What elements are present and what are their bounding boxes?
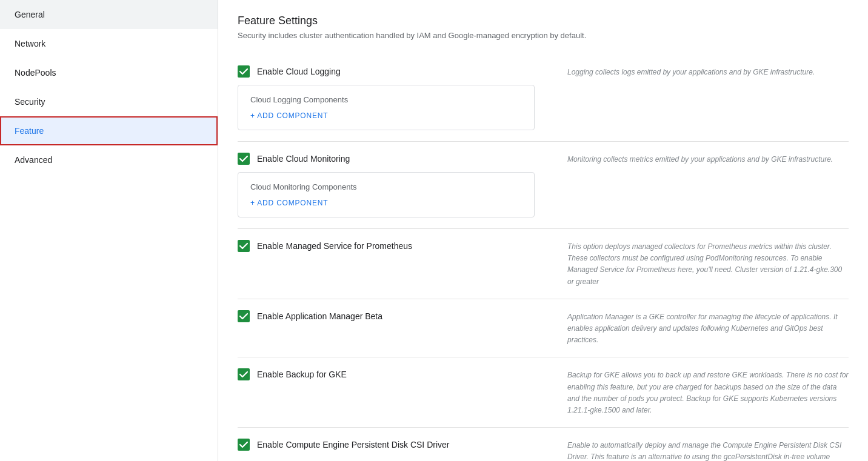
checkbox-icon-backup-gke[interactable] [238,368,250,380]
feature-label-persistent-disk-csi: Enable Compute Engine Persistent Disk CS… [257,440,449,449]
feature-label-managed-prometheus: Enable Managed Service for Prometheus [257,241,412,251]
feature-left-backup-gke: Enable Backup for GKE [238,368,553,380]
feature-checkbox-row-app-manager[interactable]: Enable Application Manager Beta [238,310,553,322]
feature-row-backup-gke: Enable Backup for GKEBackup for GKE allo… [238,357,849,428]
feature-row-persistent-disk-csi: Enable Compute Engine Persistent Disk CS… [238,428,849,461]
feature-description-backup-gke: Backup for GKE allows you to back up and… [553,368,849,416]
feature-left-persistent-disk-csi: Enable Compute Engine Persistent Disk CS… [238,439,553,451]
feature-list: Enable Cloud LoggingCloud Logging Compon… [238,55,849,461]
feature-left-cloud-logging: Enable Cloud LoggingCloud Logging Compon… [238,65,553,130]
feature-left-managed-prometheus: Enable Managed Service for Prometheus [238,240,553,252]
feature-label-cloud-monitoring: Enable Cloud Monitoring [257,154,350,164]
feature-checkbox-row-cloud-logging[interactable]: Enable Cloud Logging [238,65,553,78]
feature-label-cloud-logging: Enable Cloud Logging [257,67,341,76]
feature-description-app-manager: Application Manager is a GKE controller … [553,310,849,347]
checkbox-icon-cloud-monitoring[interactable] [238,153,250,165]
feature-checkbox-row-backup-gke[interactable]: Enable Backup for GKE [238,368,553,380]
page-subtitle: Security includes cluster authentication… [238,31,849,40]
page-title: Feature Settings [238,15,849,27]
feature-row-cloud-monitoring: Enable Cloud MonitoringCloud Monitoring … [238,142,849,229]
feature-label-app-manager: Enable Application Manager Beta [257,311,382,321]
component-box-cloud-logging: Cloud Logging Components+ ADD COMPONENT [238,85,535,130]
sidebar-item-security[interactable]: Security [0,87,218,116]
component-box-title-cloud-logging: Cloud Logging Components [250,95,522,104]
feature-checkbox-row-persistent-disk-csi[interactable]: Enable Compute Engine Persistent Disk CS… [238,439,553,451]
feature-description-cloud-logging: Logging collects logs emitted by your ap… [553,65,849,78]
feature-row-managed-prometheus: Enable Managed Service for PrometheusThi… [238,229,849,299]
add-component-button-cloud-logging[interactable]: + ADD COMPONENT [250,111,328,120]
checkbox-icon-persistent-disk-csi[interactable] [238,439,250,451]
feature-checkbox-row-managed-prometheus[interactable]: Enable Managed Service for Prometheus [238,240,553,252]
feature-checkbox-row-cloud-monitoring[interactable]: Enable Cloud Monitoring [238,153,553,165]
checkbox-icon-cloud-logging[interactable] [238,65,250,78]
sidebar-item-general[interactable]: General [0,0,218,29]
sidebar-item-advanced[interactable]: Advanced [0,145,218,174]
checkbox-icon-managed-prometheus[interactable] [238,240,250,252]
add-component-button-cloud-monitoring[interactable]: + ADD COMPONENT [250,199,328,207]
feature-left-cloud-monitoring: Enable Cloud MonitoringCloud Monitoring … [238,153,553,217]
feature-description-cloud-monitoring: Monitoring collects metrics emitted by y… [553,153,849,165]
checkbox-icon-app-manager[interactable] [238,310,250,322]
feature-label-backup-gke: Enable Backup for GKE [257,370,347,379]
component-box-cloud-monitoring: Cloud Monitoring Components+ ADD COMPONE… [238,172,535,217]
feature-left-app-manager: Enable Application Manager Beta [238,310,553,322]
feature-description-managed-prometheus: This option deploys managed collectors f… [553,240,849,288]
sidebar-item-feature[interactable]: Feature [0,116,218,145]
sidebar-item-nodepools[interactable]: NodePools [0,58,218,87]
component-box-title-cloud-monitoring: Cloud Monitoring Components [250,182,522,191]
main-content: Feature Settings Security includes clust… [218,0,868,461]
feature-row-app-manager: Enable Application Manager BetaApplicati… [238,299,849,358]
feature-row-cloud-logging: Enable Cloud LoggingCloud Logging Compon… [238,55,849,142]
sidebar: GeneralNetworkNodePoolsSecurityFeatureAd… [0,0,218,461]
sidebar-item-network[interactable]: Network [0,29,218,58]
feature-description-persistent-disk-csi: Enable to automatically deploy and manag… [553,439,849,461]
